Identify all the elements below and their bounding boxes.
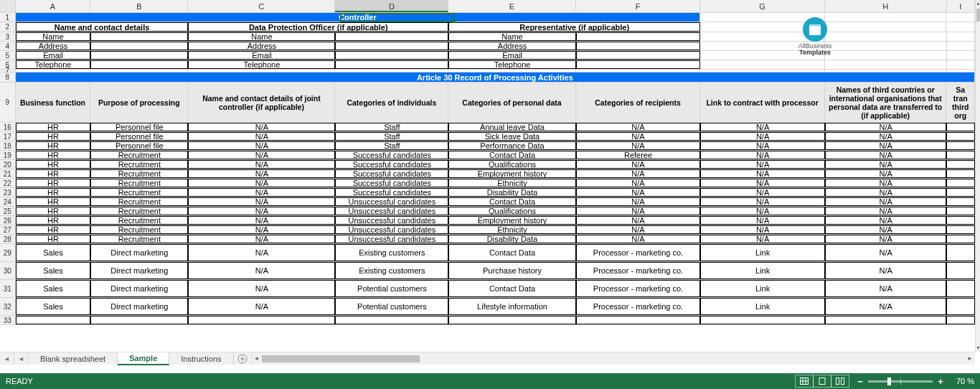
data-cell[interactable]: N/A [700,151,825,159]
field-value[interactable] [335,32,448,41]
field-label[interactable]: Name [188,32,335,41]
data-cell[interactable]: Recruitment [90,197,188,206]
data-cell[interactable]: Recruitment [90,207,188,215]
data-cell[interactable]: N/A [825,160,947,169]
row-header[interactable]: 7 [0,70,16,72]
field-value[interactable] [335,60,448,69]
data-cell[interactable] [188,316,335,324]
scroll-right-arrow-icon[interactable]: ► [965,355,975,362]
data-cell[interactable]: Contact Data [448,151,576,159]
table-column-header[interactable]: Categories of personal data [448,83,576,123]
data-cell[interactable]: N/A [188,123,335,131]
cell[interactable] [947,70,975,72]
cell[interactable] [947,60,976,69]
cell[interactable] [825,60,947,69]
data-cell[interactable]: N/A [825,298,947,315]
data-cell[interactable] [700,316,825,324]
data-cell[interactable]: Unsuccessful candidates [335,207,448,215]
spreadsheet-area[interactable]: ABCDEFGHI 1Controller2Name and contact d… [0,0,975,352]
section-header[interactable]: Name and contact details [16,22,189,32]
data-cell[interactable]: Purchase history [448,262,576,279]
data-cell[interactable]: N/A [825,244,947,261]
row-header[interactable]: 27 [0,225,16,234]
data-cell[interactable]: N/A [825,188,947,197]
cell[interactable] [188,70,335,72]
data-cell[interactable] [946,235,975,243]
data-cell[interactable]: HR [16,225,91,234]
data-cell[interactable]: N/A [188,197,335,206]
row-header[interactable]: 21 [0,169,16,178]
horizontal-scrollbar[interactable]: ◄ ► [251,352,975,365]
row-header[interactable]: 31 [0,280,16,297]
field-label[interactable]: Address [448,42,576,50]
data-cell[interactable] [16,316,91,324]
data-cell[interactable]: N/A [576,207,701,215]
data-cell[interactable]: Ethnicity [448,225,576,234]
sheet-nav-first-icon[interactable]: ◄ [0,352,14,365]
data-cell[interactable] [946,225,975,234]
data-cell[interactable]: Direct marketing [90,244,188,261]
view-page-layout-button[interactable] [813,375,831,388]
data-cell[interactable]: Processor - marketing co. [576,298,701,315]
data-cell[interactable]: N/A [825,280,947,297]
data-cell[interactable]: Sales [16,244,91,261]
data-cell[interactable]: N/A [700,216,825,225]
row-header[interactable]: 8 [0,72,16,82]
data-cell[interactable]: Unsuccessful candidates [335,197,448,206]
data-cell[interactable]: N/A [700,225,825,234]
data-cell[interactable]: N/A [576,169,701,178]
data-cell[interactable] [335,316,448,324]
data-cell[interactable]: N/A [700,188,825,197]
data-cell[interactable]: Processor - marketing co. [576,244,701,261]
table-column-header[interactable]: Business function [16,83,91,123]
data-cell[interactable] [946,151,975,159]
data-cell[interactable]: Referee [576,151,701,159]
data-cell[interactable]: Lifestyle information [448,298,576,315]
data-cell[interactable]: N/A [825,225,947,234]
scroll-up-arrow-icon[interactable]: ▲ [976,0,980,7]
data-cell[interactable]: Potential customers [335,298,448,315]
row-header[interactable]: 20 [0,160,16,169]
column-header-I[interactable]: I [947,0,975,12]
vertical-scrollbar[interactable]: ▲ ▼ [975,0,980,352]
data-cell[interactable]: Employment history [448,169,576,178]
row-header[interactable]: 26 [0,216,16,225]
field-value[interactable] [576,51,701,60]
data-cell[interactable]: Successful candidates [335,188,448,197]
table-column-header[interactable]: Purpose of processing [90,83,188,123]
data-cell[interactable] [946,197,975,206]
data-cell[interactable] [946,132,975,141]
section-header[interactable]: Data Protection Officer (if applicable) [188,22,448,32]
field-value[interactable] [90,32,188,41]
column-header-E[interactable]: E [448,0,576,12]
cell[interactable] [576,70,701,72]
row-header[interactable]: 29 [0,244,16,261]
data-cell[interactable]: Link [700,244,825,261]
field-label[interactable]: Name [16,32,91,41]
data-cell[interactable]: Unsuccessful candidates [335,235,448,243]
data-cell[interactable]: Recruitment [90,151,188,159]
column-header-F[interactable]: F [576,0,701,12]
field-label[interactable]: Address [16,42,91,50]
sheet-tab-instructions[interactable]: Instructions [169,352,233,365]
data-cell[interactable]: N/A [188,262,335,279]
vertical-scroll-thumb[interactable] [976,9,980,22]
data-cell[interactable]: N/A [576,216,701,225]
data-cell[interactable]: Staff [335,132,448,141]
data-cell[interactable] [946,169,975,178]
data-cell[interactable]: Qualifications [448,160,576,169]
table-column-header[interactable]: Categories of recipients [576,83,701,123]
data-cell[interactable]: N/A [576,132,701,141]
data-cell[interactable]: HR [16,151,91,159]
data-cell[interactable]: N/A [700,160,825,169]
data-cell[interactable]: Ethnicity [448,179,576,187]
data-cell[interactable] [946,316,975,324]
data-cell[interactable]: Processor - marketing co. [576,262,701,279]
data-cell[interactable]: N/A [188,141,335,150]
data-cell[interactable]: N/A [188,188,335,197]
data-cell[interactable]: N/A [825,235,947,243]
data-cell[interactable]: Existing customers [335,244,448,261]
data-cell[interactable]: Personnel file [90,132,188,141]
row-header[interactable]: 28 [0,235,16,243]
cell[interactable] [947,51,976,60]
